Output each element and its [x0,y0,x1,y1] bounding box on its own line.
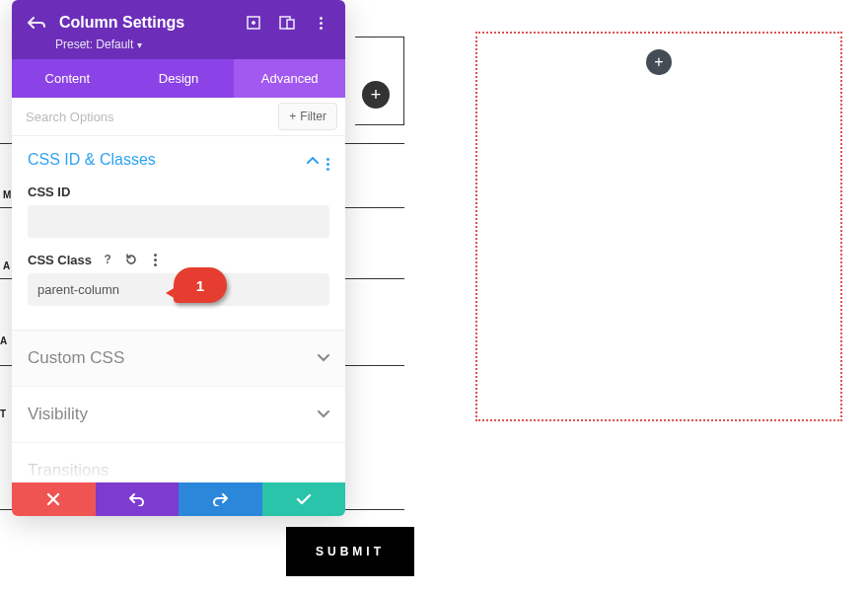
responsive-icon [279,16,295,30]
expand-button[interactable] [243,12,264,34]
panel-header: Column Settings Preset: Default [12,0,345,59]
tab-design[interactable]: Design [123,59,235,98]
kebab-icon [154,254,157,266]
section-menu-button[interactable] [326,148,329,171]
section-title: Transitions [28,461,329,481]
filter-button[interactable]: + Filter [278,103,337,130]
help-button[interactable]: ? [100,252,115,267]
tab-content[interactable]: Content [12,59,123,98]
action-bar [12,482,345,516]
reset-icon [124,253,138,266]
kebab-icon [320,17,323,30]
bg-field-label: A [3,260,12,271]
svg-rect-3 [287,20,294,29]
search-row: + Filter [12,98,345,136]
filter-label: Filter [300,110,326,123]
back-icon [28,16,45,30]
chevron-down-icon [318,410,329,418]
plus-icon: + [289,110,296,123]
redo-button[interactable] [179,482,262,516]
panel-menu-button[interactable] [310,12,331,34]
add-module-button[interactable]: + [362,81,390,109]
responsive-button[interactable] [276,12,298,34]
section-css-id-classes: CSS ID & Classes CSS ID CSS Class ? 1 [12,136,345,320]
collapse-button[interactable] [307,152,319,168]
back-button[interactable] [26,12,47,34]
section-custom-css[interactable]: Custom CSS [12,330,345,386]
section-title: Custom CSS [28,348,318,368]
section-title: Visibility [28,405,318,424]
plus-icon: + [654,53,663,71]
undo-button[interactable] [96,482,180,516]
redo-icon [212,492,228,506]
panel-title: Column Settings [59,14,231,32]
section-transitions[interactable]: Transitions [12,442,345,482]
cancel-button[interactable] [12,482,96,516]
save-button[interactable] [262,482,346,516]
undo-icon [129,492,145,506]
css-id-label: CSS ID [28,185,329,199]
section-title[interactable]: CSS ID & Classes [28,151,299,169]
reset-button[interactable] [123,252,139,267]
tabs: Content Design Advanced [12,59,345,98]
check-icon [296,493,312,505]
column-settings-panel: Column Settings Preset: Default Content … [12,0,345,516]
add-content-button[interactable]: + [646,49,672,75]
section-visibility[interactable]: Visibility [12,386,345,442]
empty-column-dropzone[interactable]: + [475,32,842,421]
close-icon [46,492,60,506]
css-class-label-row: CSS Class ? [28,252,329,267]
css-class-label: CSS Class [28,253,92,267]
submit-button[interactable]: SUBMIT [286,527,414,576]
help-icon: ? [104,253,110,266]
annotation-1: 1 [174,267,227,303]
plus-icon: + [371,85,382,106]
chevron-up-icon [307,157,319,165]
chevron-down-icon [318,354,329,362]
expand-icon [247,16,260,30]
svg-point-1 [253,22,255,25]
kebab-icon [326,158,329,171]
field-menu-button[interactable] [147,252,163,267]
css-id-input[interactable] [28,205,329,238]
preset-selector[interactable]: Preset: Default [26,37,331,51]
tab-advanced[interactable]: Advanced [234,59,345,98]
search-input[interactable] [12,100,270,134]
